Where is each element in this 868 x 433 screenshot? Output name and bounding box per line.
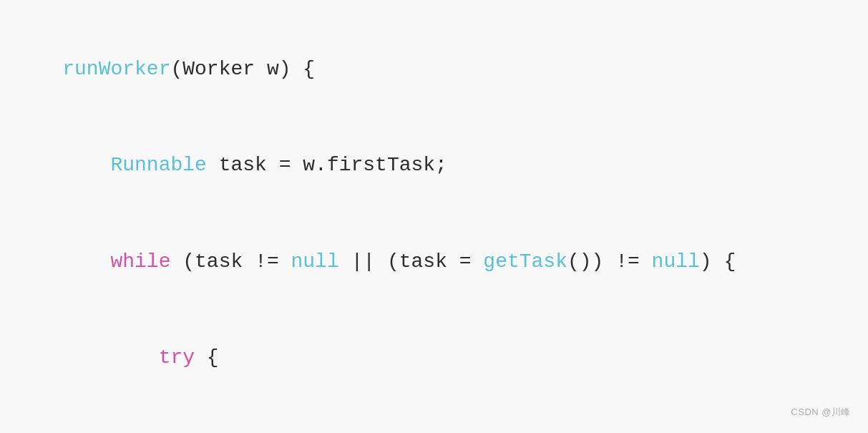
code-line-1: runWorker(Worker w) {	[14, 21, 854, 117]
watermark: CSDN @川峰	[791, 405, 851, 420]
code-block: runWorker(Worker w) { Runnable task = w.…	[0, 0, 868, 433]
code-line-3: while (task != null || (task = getTask()…	[14, 214, 854, 310]
code-line-4: try {	[14, 310, 854, 406]
code-line-2: Runnable task = w.firstTask;	[14, 117, 854, 213]
code-line-5: task.run();	[14, 407, 854, 433]
